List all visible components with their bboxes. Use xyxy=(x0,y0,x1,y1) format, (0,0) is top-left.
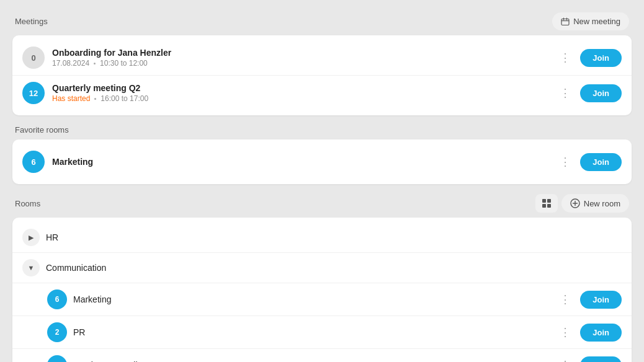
meeting-item: 12 Quarterly meeting Q2 Has started 16:0… xyxy=(12,75,632,110)
more-options-icon[interactable]: ⋮ xyxy=(557,154,574,170)
meeting-time: 16:00 to 17:00 xyxy=(101,94,148,103)
new-room-button[interactable]: New room xyxy=(561,194,629,213)
rooms-header: Rooms New room xyxy=(12,194,632,213)
meetings-card: 0 Onboarding for Jana Henzler 17.08.2024… xyxy=(12,35,632,115)
expand-icon: ▼ xyxy=(28,264,35,272)
meeting-subtitle: Has started 16:00 to 17:00 xyxy=(52,94,550,103)
rooms-title: Rooms xyxy=(15,199,40,208)
room-tree-item: ▼ Communication xyxy=(12,252,632,283)
svg-rect-5 xyxy=(547,199,551,203)
calendar-icon xyxy=(561,17,570,26)
room-name: Marketing xyxy=(52,157,550,167)
join-button[interactable]: Join xyxy=(580,291,622,309)
sub-room-name: PR xyxy=(73,327,551,337)
room-info: Marketing xyxy=(52,157,550,167)
sub-room-name: Marketing xyxy=(73,294,551,304)
meeting-actions: ⋮ Join xyxy=(557,49,622,67)
room-name: HR xyxy=(46,232,622,242)
more-options-icon[interactable]: ⋮ xyxy=(557,50,574,66)
more-options-icon[interactable]: ⋮ xyxy=(557,324,574,340)
meeting-title: Quarterly meeting Q2 xyxy=(52,83,550,93)
more-options-icon[interactable]: ⋮ xyxy=(557,291,574,307)
avatar: 2 xyxy=(47,322,67,342)
favorite-rooms-card: 6 Marketing ⋮ Join xyxy=(12,139,632,184)
sub-room-item: 4 Employer Branding ⋮ Join xyxy=(12,348,632,362)
svg-rect-0 xyxy=(561,19,569,25)
more-options-icon[interactable]: ⋮ xyxy=(557,85,574,101)
new-meeting-label: New meeting xyxy=(573,17,620,26)
separator-dot xyxy=(94,98,96,100)
meeting-info: Onboarding for Jana Henzler 17.08.2024 1… xyxy=(52,48,550,68)
has-started-badge: Has started xyxy=(52,94,90,103)
meeting-actions: ⋮ Join xyxy=(557,84,622,102)
favorite-rooms-section: Favorite rooms 6 Marketing ⋮ Join xyxy=(12,125,632,184)
room-actions: ⋮ Join xyxy=(557,324,622,342)
new-meeting-button[interactable]: New meeting xyxy=(552,12,629,30)
expand-button[interactable]: ▶ xyxy=(22,229,40,246)
avatar: 12 xyxy=(22,82,45,104)
new-room-label: New room xyxy=(584,199,620,208)
room-item: 6 Marketing ⋮ Join xyxy=(12,144,632,179)
meeting-info: Quarterly meeting Q2 Has started 16:00 t… xyxy=(52,83,550,103)
rooms-section: Rooms New room xyxy=(12,194,632,362)
meetings-section: Meetings New meeting 0 Onboarding for Ja… xyxy=(12,12,632,115)
avatar: 6 xyxy=(22,151,45,173)
favorite-rooms-header: Favorite rooms xyxy=(12,125,632,135)
rooms-card: ▶ HR ▼ Communication 6 Marketing ⋮ Join … xyxy=(12,218,632,362)
grid-icon xyxy=(542,198,552,208)
join-button[interactable]: Join xyxy=(580,153,622,171)
join-button[interactable]: Join xyxy=(580,84,622,102)
room-actions: ⋮ Join xyxy=(557,153,622,171)
separator-dot xyxy=(94,63,96,64)
plus-circle-icon xyxy=(570,198,580,208)
rooms-header-actions: New room xyxy=(535,194,629,213)
meetings-header: Meetings New meeting xyxy=(12,12,632,30)
meeting-title: Onboarding for Jana Henzler xyxy=(52,48,550,58)
meeting-time: 10:30 to 12:00 xyxy=(100,59,148,68)
join-button[interactable]: Join xyxy=(580,324,622,342)
join-button[interactable]: Join xyxy=(580,356,622,363)
join-button[interactable]: Join xyxy=(580,49,622,67)
avatar: 4 xyxy=(47,355,67,362)
room-actions: ⋮ Join xyxy=(557,291,622,309)
meeting-date: 17.08.2024 xyxy=(52,59,89,68)
grid-view-button[interactable] xyxy=(535,194,558,213)
sub-room-item: 6 Marketing ⋮ Join xyxy=(12,283,632,316)
avatar: 0 xyxy=(22,46,45,69)
more-options-icon[interactable]: ⋮ xyxy=(557,357,574,362)
svg-rect-7 xyxy=(547,204,551,208)
sub-room-item: 2 PR ⋮ Join xyxy=(12,316,632,348)
svg-rect-6 xyxy=(542,204,546,208)
expand-button[interactable]: ▼ xyxy=(22,259,40,276)
favorite-rooms-title: Favorite rooms xyxy=(15,125,69,135)
room-actions: ⋮ Join xyxy=(557,356,622,363)
meetings-title: Meetings xyxy=(15,17,48,26)
svg-rect-4 xyxy=(542,199,546,203)
avatar: 6 xyxy=(47,289,67,309)
expand-icon: ▶ xyxy=(29,234,34,242)
room-tree-item: ▶ HR xyxy=(12,223,632,252)
room-name: Communication xyxy=(46,263,622,273)
meeting-item: 0 Onboarding for Jana Henzler 17.08.2024… xyxy=(12,40,632,75)
meeting-subtitle: 17.08.2024 10:30 to 12:00 xyxy=(52,59,550,68)
